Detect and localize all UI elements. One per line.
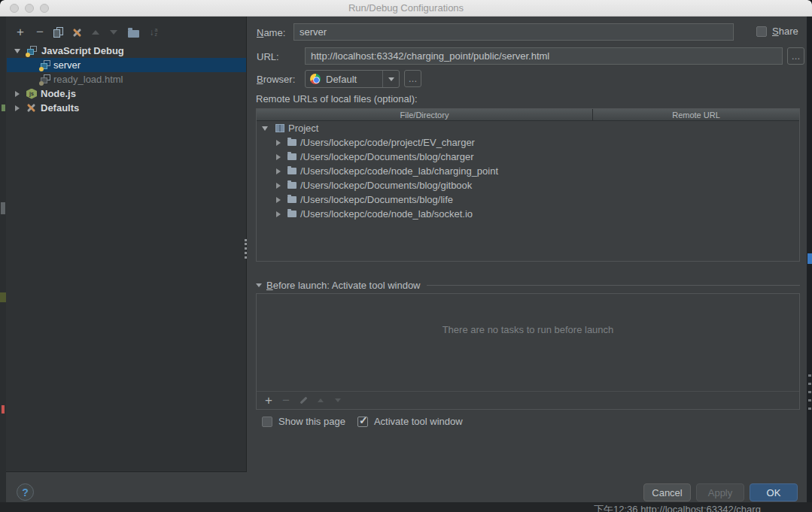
activate-tool-window-label: Activate tool window xyxy=(374,416,463,427)
minus-icon: − xyxy=(36,27,44,38)
collapse-arrow-icon xyxy=(256,283,262,287)
table-row-label: Project xyxy=(288,123,318,134)
background-status-text: 下午12:36 http://localhost:63342/charg xyxy=(594,503,761,512)
collapsed-arrow-icon[interactable] xyxy=(276,183,281,189)
tree-item-label: Defaults xyxy=(41,102,79,114)
move-up-button[interactable] xyxy=(89,26,102,39)
background-artifact xyxy=(2,105,5,111)
table-row[interactable]: /Users/lockepc/Documents/blog/gitbook xyxy=(257,178,799,192)
apply-button[interactable]: Apply xyxy=(696,483,744,501)
cancel-button[interactable]: Cancel xyxy=(643,483,691,501)
browser-selected-value: Default xyxy=(326,74,382,85)
collapsed-arrow-icon[interactable] xyxy=(276,154,281,160)
run-debug-configurations-window: 下午12:36 http://localhost:63342/charg Run… xyxy=(0,0,812,512)
copy-icon xyxy=(53,27,63,38)
collapsed-arrow-icon[interactable] xyxy=(276,197,281,203)
collapsed-arrow-icon[interactable] xyxy=(15,105,20,111)
arrow-down-icon xyxy=(110,30,117,35)
table-row-label: /Users/lockepc/Documents/blog/gitbook xyxy=(300,180,472,191)
move-down-button[interactable] xyxy=(107,26,120,39)
move-task-down-button[interactable] xyxy=(332,395,344,407)
name-input[interactable] xyxy=(293,23,734,41)
tree-item-defaults[interactable]: Defaults xyxy=(7,101,246,115)
plus-icon: + xyxy=(265,395,272,407)
url-browse-button[interactable]: … xyxy=(787,47,804,65)
ellipsis-icon: … xyxy=(409,74,418,84)
plus-icon: + xyxy=(17,26,24,38)
panel-splitter-handle[interactable] xyxy=(245,239,247,259)
share-checkbox[interactable] xyxy=(756,26,767,37)
remote-urls-table: File/Directory Remote URL Project /Users… xyxy=(256,108,800,262)
browser-select[interactable]: Default xyxy=(305,70,400,88)
table-row[interactable]: /Users/lockepc/code/node_lab/socket.io xyxy=(257,207,799,221)
chevron-down-icon xyxy=(388,77,394,81)
edit-defaults-button[interactable] xyxy=(70,26,84,39)
tasks-toolbar: + − xyxy=(257,391,799,409)
before-launch-title: Before launch: Activate tool window xyxy=(266,280,421,291)
table-row-label: /Users/lockepc/Documents/blog/charger xyxy=(300,151,474,162)
folder-icon xyxy=(287,168,297,174)
table-row[interactable]: /Users/lockepc/Documents/blog/life xyxy=(257,192,799,207)
show-this-page-label: Show this page xyxy=(278,416,345,427)
tree-item-label: JavaScript Debug xyxy=(41,45,124,56)
column-header-remote-url: Remote URL xyxy=(593,109,799,120)
activate-tool-window-checkbox[interactable] xyxy=(357,417,368,427)
tree-item-ready-load[interactable]: ready_load.html xyxy=(7,72,246,86)
sort-configurations-button[interactable]: ↓ xyxy=(147,26,160,39)
move-task-up-button[interactable] xyxy=(315,395,327,407)
project-icon xyxy=(275,124,284,132)
collapsed-arrow-icon[interactable] xyxy=(276,140,281,146)
collapsed-arrow-icon[interactable] xyxy=(276,211,281,217)
tree-item-javascript-debug[interactable]: JavaScript Debug xyxy=(7,44,246,58)
create-folder-button[interactable] xyxy=(126,26,140,39)
name-label: Name: xyxy=(257,27,285,38)
add-task-button[interactable]: + xyxy=(263,395,275,407)
tree-item-label: Node.js xyxy=(41,88,76,99)
table-row[interactable]: /Users/lockepc/code/node_lab/charging_po… xyxy=(257,164,799,178)
javascript-debug-icon xyxy=(41,74,51,84)
chrome-icon xyxy=(310,74,321,84)
before-launch-section-header[interactable]: Before launch: Activate tool window xyxy=(256,279,800,291)
nodejs-icon xyxy=(26,89,37,99)
background-artifact xyxy=(1,202,5,214)
url-input[interactable] xyxy=(305,47,783,65)
minus-icon: − xyxy=(282,395,290,406)
url-label: URL: xyxy=(257,51,279,62)
table-row-label: /Users/lockepc/Documents/blog/life xyxy=(300,194,453,205)
collapsed-arrow-icon[interactable] xyxy=(276,168,281,174)
wrench-icon xyxy=(26,102,37,114)
table-row-label: /Users/lockepc/code/node_lab/charging_po… xyxy=(300,165,498,177)
configurations-tree-panel: + − ↓ JavaScript Debug xyxy=(6,17,247,472)
background-artifact xyxy=(0,292,6,302)
background-ide-strip-left xyxy=(0,17,6,502)
edit-task-button[interactable] xyxy=(297,395,309,407)
tree-item-server[interactable]: server xyxy=(7,58,246,72)
help-button[interactable]: ? xyxy=(17,483,34,501)
folder-icon xyxy=(287,139,297,146)
add-configuration-button[interactable]: + xyxy=(14,26,27,39)
browser-dropdown-button[interactable] xyxy=(382,71,399,87)
collapsed-arrow-icon[interactable] xyxy=(15,91,20,97)
remove-task-button[interactable]: − xyxy=(280,395,292,407)
expanded-arrow-icon[interactable] xyxy=(14,49,20,53)
column-header-file-directory: File/Directory xyxy=(257,109,593,120)
table-row-project-root[interactable]: Project xyxy=(257,121,799,135)
table-row[interactable]: /Users/lockepc/code/project/EV_charger xyxy=(257,135,799,150)
javascript-debug-icon xyxy=(41,60,51,70)
remove-configuration-button[interactable]: − xyxy=(33,26,47,39)
before-launch-tasks-panel: There are no tasks to run before launch … xyxy=(256,293,800,410)
folder-icon xyxy=(287,211,297,217)
tree-item-nodejs[interactable]: Node.js xyxy=(7,86,246,101)
copy-configuration-button[interactable] xyxy=(51,26,65,39)
share-label: Share xyxy=(772,26,798,37)
ellipsis-icon: … xyxy=(792,51,801,62)
browser-label: Browser: xyxy=(257,74,295,85)
show-this-page-checkbox[interactable] xyxy=(262,417,272,427)
section-divider xyxy=(427,285,800,286)
browser-options-button[interactable]: … xyxy=(404,70,421,87)
expanded-arrow-icon[interactable] xyxy=(262,126,268,131)
background-artifact xyxy=(2,405,5,414)
table-row[interactable]: /Users/lockepc/Documents/blog/charger xyxy=(257,150,799,164)
ok-button[interactable]: OK xyxy=(750,483,798,501)
background-artifact xyxy=(808,368,811,414)
